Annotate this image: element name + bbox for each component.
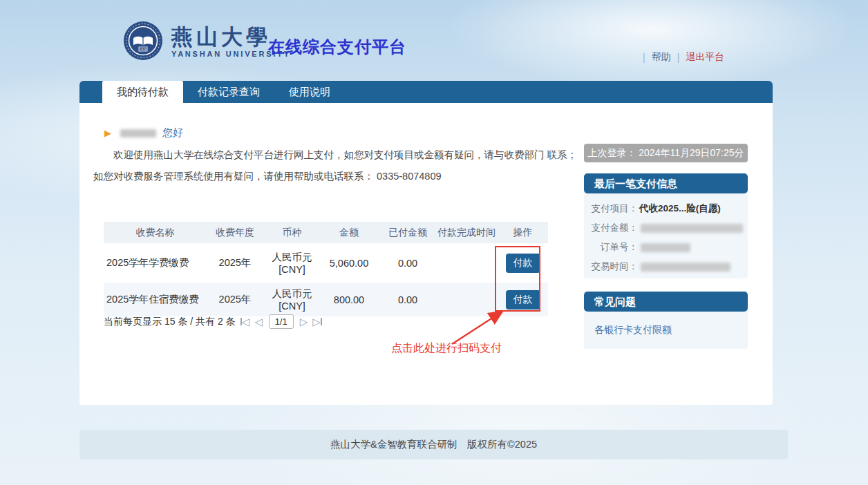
field-label: 支付金额： xyxy=(584,222,638,234)
transaction-time-row: 交易时间： xyxy=(584,260,748,273)
highlight-rectangle xyxy=(495,246,540,312)
top-links: | 帮助 | 退出平台 xyxy=(643,51,753,64)
page-title: 在线综合支付平台 xyxy=(268,36,406,58)
greeting-arrow-icon: ▶ xyxy=(104,128,111,138)
fee-name: 2025学年住宿费缴费 xyxy=(104,283,204,316)
last-payment-panel-title: 最后一笔支付信息 xyxy=(584,173,748,193)
fee-paid: 0.00 xyxy=(380,283,435,316)
col-amount: 金额 xyxy=(318,222,380,243)
redacted-payment-amount xyxy=(641,224,743,233)
pending-payments-table: 收费名称 收费年度 币种 金额 已付金额 付款完成时间 操作 2025学年学费缴… xyxy=(104,222,548,316)
fee-currency: 人民币元 [CNY] xyxy=(266,283,318,316)
greeting-text: 您好 xyxy=(162,126,183,140)
first-page-icon[interactable]: ◁ xyxy=(240,316,250,328)
payment-item-row: 支付项目： 代收2025...险(自愿) xyxy=(584,202,748,215)
order-number-row: 订单号： xyxy=(584,241,748,254)
fee-year: 2025年 xyxy=(204,283,266,316)
fee-currency: 人民币元 [CNY] xyxy=(266,243,318,283)
payment-amount-row: 支付金额： xyxy=(584,222,748,234)
university-logo: 1920 燕山大學 YANSHAN UNIVERSITY xyxy=(123,21,291,64)
welcome-paragraph: 欢迎使用燕山大学在线综合支付平台进行网上支付，如您对支付项目或金额有疑问，请与收… xyxy=(93,144,578,187)
col-action: 操作 xyxy=(498,222,548,243)
university-seal-icon: 1920 xyxy=(123,21,163,64)
redacted-transaction-time xyxy=(641,263,730,272)
redacted-user-name xyxy=(120,129,156,137)
logout-link[interactable]: 退出平台 xyxy=(686,51,724,64)
fee-year: 2025年 xyxy=(204,243,266,283)
fee-name: 2025学年学费缴费 xyxy=(104,243,204,283)
annotation-text: 点击此处进行扫码支付 xyxy=(391,341,502,356)
table-row: 2025学年学费缴费 2025年 人民币元 [CNY] 5,060.00 0.0… xyxy=(104,243,548,283)
faq-panel-title: 常见问题 xyxy=(584,292,748,312)
field-label: 交易时间： xyxy=(584,260,638,273)
tab-instructions[interactable]: 使用说明 xyxy=(274,81,345,103)
currency-code: [CNY] xyxy=(266,263,318,276)
footer: 燕山大学&金智教育联合研制 版权所有©2025 xyxy=(79,430,788,459)
fee-amount: 800.00 xyxy=(318,283,380,316)
col-fee-name: 收费名称 xyxy=(104,222,204,243)
fee-amount: 5,060.00 xyxy=(318,243,380,283)
main-navbar: 我的待付款 付款记录查询 使用说明 xyxy=(79,81,773,103)
prev-page-icon[interactable]: ◁ xyxy=(254,316,263,328)
currency-name: 人民币元 xyxy=(266,287,318,300)
fee-completed-time xyxy=(435,243,498,283)
redacted-order-number xyxy=(641,243,690,252)
last-login-badge: 上次登录： 2024年11月29日07:25分 xyxy=(584,144,748,162)
tab-my-pending-payments[interactable]: 我的待付款 xyxy=(102,81,183,107)
help-link[interactable]: 帮助 xyxy=(652,51,671,64)
fee-paid: 0.00 xyxy=(380,243,435,283)
col-completed-time: 付款完成时间 xyxy=(435,222,498,243)
currency-name: 人民币元 xyxy=(266,251,318,263)
tab-payment-records[interactable]: 付款记录查询 xyxy=(183,81,274,103)
svg-text:1920: 1920 xyxy=(139,48,147,51)
last-payment-panel: 支付项目： 代收2025...险(自愿) 支付金额： 订单号： 交易时间： xyxy=(584,193,748,278)
link-separator: | xyxy=(643,52,645,63)
pagination-summary: 当前每页显示 15 条 / 共有 2 条 xyxy=(104,316,236,328)
table-header-row: 收费名称 收费年度 币种 金额 已付金额 付款完成时间 操作 xyxy=(104,222,548,243)
pagination-bar: 当前每页显示 15 条 / 共有 2 条 ◁ ◁ ▷ ▷ xyxy=(104,314,322,329)
next-page-icon[interactable]: ▷ xyxy=(300,316,308,328)
payment-item-value: 代收2025...险(自愿) xyxy=(639,202,721,215)
col-fee-year: 收费年度 xyxy=(204,222,266,243)
bank-card-limit-link[interactable]: 各银行卡支付限额 xyxy=(594,324,672,336)
link-separator: | xyxy=(677,52,680,63)
field-label: 支付项目： xyxy=(584,202,638,215)
col-currency: 币种 xyxy=(266,222,318,243)
currency-code: [CNY] xyxy=(266,300,318,312)
faq-panel: 各银行卡支付限额 xyxy=(584,312,748,349)
page-number-input[interactable] xyxy=(269,314,294,329)
greeting-row: ▶ 您好 xyxy=(104,126,183,140)
field-label: 订单号： xyxy=(584,241,638,254)
last-page-icon[interactable]: ▷ xyxy=(312,316,322,328)
col-paid-amount: 已付金额 xyxy=(380,222,435,243)
